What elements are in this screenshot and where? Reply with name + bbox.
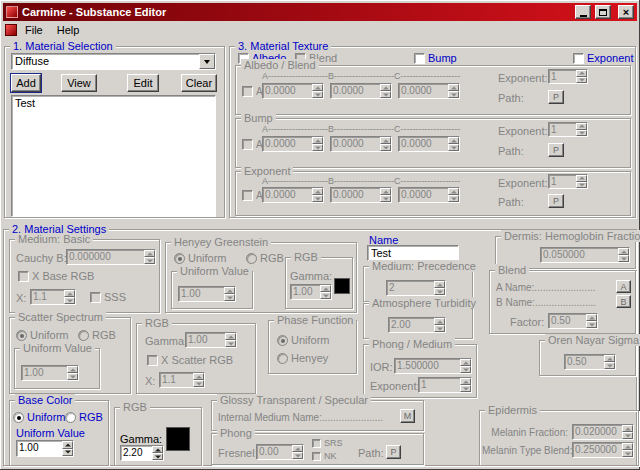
spin-down-icon[interactable] <box>380 195 391 202</box>
spin-up-icon[interactable] <box>622 425 633 432</box>
spinner-arrows[interactable] <box>64 290 75 304</box>
blend-b-button[interactable]: B <box>616 295 631 308</box>
spin-up-icon[interactable] <box>62 441 73 449</box>
henyey-color-swatch[interactable] <box>334 278 350 294</box>
albedo-c-spinner[interactable]: 0.0000 <box>398 83 460 99</box>
turbidity-spinner[interactable]: 2.00 <box>388 317 446 333</box>
oren-nayar-spinner[interactable]: 0.50 <box>564 354 616 370</box>
spin-up-icon[interactable] <box>193 373 204 380</box>
henyey-gamma-spinner[interactable]: 1.00 <box>290 284 332 300</box>
x-scatter-rgb-checkbox[interactable]: X Scatter RGB <box>147 354 233 366</box>
bump-b-spinner[interactable]: 0.0000 <box>330 136 392 152</box>
spin-down-icon[interactable] <box>292 452 303 459</box>
spinner-arrows[interactable] <box>312 84 323 98</box>
materials-listbox[interactable]: Test <box>11 95 216 217</box>
spinner-arrows[interactable] <box>312 188 323 202</box>
exponent-path-button[interactable]: P <box>548 194 564 208</box>
spin-up-icon[interactable] <box>586 314 597 321</box>
spinner-arrows[interactable] <box>152 446 163 460</box>
menu-file[interactable]: File <box>19 22 49 38</box>
albedo-path-button[interactable]: P <box>548 90 564 104</box>
spin-down-icon[interactable] <box>448 195 459 202</box>
spin-up-icon[interactable] <box>448 188 459 195</box>
minimize-button[interactable] <box>575 5 591 19</box>
view-button[interactable]: View <box>61 74 97 92</box>
albedo-exponent-spinner[interactable]: 1 <box>548 69 588 84</box>
spin-down-icon[interactable] <box>67 373 78 380</box>
spin-down-icon[interactable] <box>576 77 587 84</box>
phase-uniform-radio[interactable]: Uniform <box>277 334 330 346</box>
phase-henyey-radio[interactable]: Henyey <box>277 352 328 364</box>
spinner-arrows[interactable] <box>380 188 391 202</box>
spin-up-icon[interactable] <box>434 281 445 288</box>
spin-down-icon[interactable] <box>434 325 445 332</box>
exponent-a-spinner[interactable]: 0.0000 <box>262 187 324 203</box>
spinner-arrows[interactable] <box>144 250 155 264</box>
spin-up-icon[interactable] <box>152 446 163 453</box>
spin-down-icon[interactable] <box>224 294 235 301</box>
spinner-arrows[interactable] <box>67 366 78 380</box>
scatter-uniform-radio[interactable]: Uniform <box>16 329 69 341</box>
list-item[interactable]: Test <box>12 96 215 110</box>
blend-a-button[interactable]: A <box>616 280 631 293</box>
base-rgb-radio[interactable]: RGB <box>65 411 103 423</box>
phong-exponent-spinner[interactable]: 1 <box>418 377 472 393</box>
spin-up-icon[interactable] <box>448 137 459 144</box>
spin-down-icon[interactable] <box>380 91 391 98</box>
spin-down-icon[interactable] <box>576 130 587 137</box>
spinner-arrows[interactable] <box>460 359 471 373</box>
exponent-c-spinner[interactable]: 0.0000 <box>398 187 460 203</box>
spin-down-icon[interactable] <box>434 288 445 295</box>
cauchy-b-spinner[interactable]: 0.000000 <box>66 249 156 265</box>
spinner-arrows[interactable] <box>312 137 323 151</box>
spin-up-icon[interactable] <box>460 359 471 366</box>
spin-down-icon[interactable] <box>576 182 587 189</box>
spin-up-icon[interactable] <box>460 378 471 385</box>
spin-down-icon[interactable] <box>618 255 629 262</box>
spin-up-icon[interactable] <box>380 188 391 195</box>
spinner-arrows[interactable] <box>576 175 587 188</box>
spin-down-icon[interactable] <box>225 340 236 347</box>
spin-up-icon[interactable] <box>380 84 391 91</box>
exponent-exponent-spinner[interactable]: 1 <box>548 174 588 189</box>
menu-help[interactable]: Help <box>51 22 86 38</box>
henyey-uniform-radio[interactable]: Uniform <box>174 252 227 264</box>
spinner-arrows[interactable] <box>225 333 236 347</box>
base-gamma-spinner[interactable]: 2.20 <box>120 445 164 461</box>
spinner-arrows[interactable] <box>576 123 587 136</box>
spinner-arrows[interactable] <box>448 137 459 151</box>
bump-c-spinner[interactable]: 0.0000 <box>398 136 460 152</box>
maximize-button[interactable] <box>595 5 611 19</box>
spinner-arrows[interactable] <box>576 70 587 83</box>
spinner-arrows[interactable] <box>62 441 73 456</box>
bump-checkbox[interactable]: Bump <box>414 52 457 64</box>
fresnel-spinner[interactable]: 0.00 <box>256 444 304 460</box>
spin-down-icon[interactable] <box>193 380 204 387</box>
spin-up-icon[interactable] <box>618 248 629 255</box>
spin-up-icon[interactable] <box>312 137 323 144</box>
ior-spinner[interactable]: 1.500000 <box>394 358 472 374</box>
bump-exponent-spinner[interactable]: 1 <box>548 122 588 137</box>
spin-down-icon[interactable] <box>380 144 391 151</box>
factor-spinner[interactable]: 0.50 <box>548 313 598 329</box>
spin-up-icon[interactable] <box>64 290 75 297</box>
melanin-fraction-spinner[interactable]: 0.020000 <box>572 424 634 440</box>
spin-up-icon[interactable] <box>604 355 615 362</box>
bump-a-spinner[interactable]: 0.0000 <box>262 136 324 152</box>
spin-up-icon[interactable] <box>225 333 236 340</box>
spinner-arrows[interactable] <box>618 248 629 262</box>
spin-up-icon[interactable] <box>224 287 235 294</box>
spin-down-icon[interactable] <box>312 195 323 202</box>
spinner-arrows[interactable] <box>604 355 615 369</box>
spin-down-icon[interactable] <box>622 432 633 439</box>
scatter-uniform-value-spinner[interactable]: 1.00 <box>21 365 79 381</box>
base-uniform-radio[interactable]: Uniform <box>13 411 66 423</box>
spinner-arrows[interactable] <box>586 314 597 328</box>
exponent-b-spinner[interactable]: 0.0000 <box>330 187 392 203</box>
name-input[interactable] <box>367 245 459 261</box>
spin-down-icon[interactable] <box>622 450 633 457</box>
clear-button[interactable]: Clear <box>181 74 217 92</box>
spin-up-icon[interactable] <box>622 443 633 450</box>
spin-down-icon[interactable] <box>312 91 323 98</box>
dropdown-arrow-icon[interactable] <box>199 54 215 69</box>
